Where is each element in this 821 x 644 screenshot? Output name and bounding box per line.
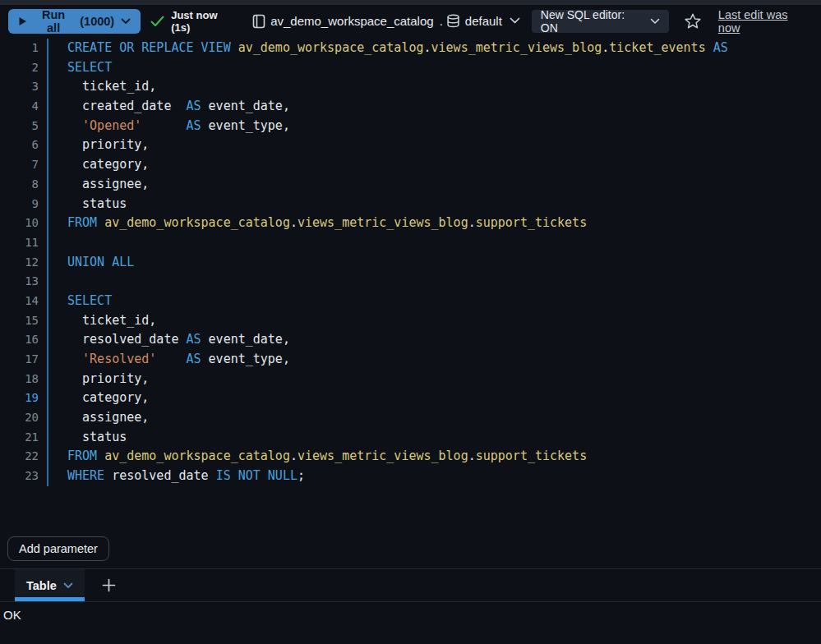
schema-chevron-down-icon[interactable]: [510, 17, 520, 25]
code-line[interactable]: 3 ticket_id,: [0, 77, 821, 97]
code-line[interactable]: 15 ticket_id,: [0, 311, 821, 331]
line-number: 1: [0, 39, 39, 58]
database-icon: [446, 14, 460, 28]
code-line[interactable]: 11: [0, 233, 821, 253]
line-number: 6: [0, 136, 39, 155]
code-line[interactable]: 4 created_date AS event_date,: [0, 97, 821, 117]
code-content[interactable]: FROM av_demo_workspace_catalog.views_met…: [47, 214, 821, 233]
sql-editor[interactable]: 1CREATE OR REPLACE VIEW av_demo_workspac…: [0, 37, 821, 568]
add-tab-button[interactable]: [95, 569, 124, 601]
plus-icon: [102, 578, 116, 592]
code-line[interactable]: 14SELECT: [0, 292, 821, 311]
line-number: 19: [0, 389, 39, 408]
code-line[interactable]: 7 category,: [0, 155, 821, 175]
code-line[interactable]: 2SELECT: [0, 58, 821, 78]
line-number: 3: [0, 77, 39, 97]
catalog-schema-selector[interactable]: av_demo_workspace_catalog . default: [252, 14, 520, 29]
result-status-text: OK: [3, 608, 21, 622]
line-number: 10: [0, 214, 39, 233]
run-all-count: (1000): [80, 15, 114, 28]
result-body: OK: [0, 602, 821, 623]
toolbar: Run all (1000) Just now (1s) av_demo_wor…: [0, 5, 821, 37]
run-status: Just now (1s): [150, 9, 239, 34]
code-content[interactable]: status: [47, 428, 821, 448]
line-number: 7: [0, 155, 39, 175]
add-parameter-row: Add parameter: [7, 536, 109, 561]
code-content[interactable]: category,: [47, 155, 821, 175]
last-edit-link[interactable]: Last edit was now: [718, 8, 813, 34]
toggle-chevron-down-icon: [650, 18, 660, 25]
new-sql-editor-toggle[interactable]: New SQL editor: ON: [532, 10, 669, 33]
code-content[interactable]: status: [47, 195, 821, 214]
code-content[interactable]: 'Resolved' AS event_type,: [47, 350, 821, 370]
code-line[interactable]: 6 priority,: [0, 136, 821, 155]
tab-chevron-down-icon[interactable]: [63, 582, 73, 589]
code-content[interactable]: ticket_id,: [47, 311, 821, 331]
line-number: 16: [0, 330, 39, 350]
code-line[interactable]: 20 assignee,: [0, 408, 821, 428]
line-number: 15: [0, 311, 39, 331]
code-content[interactable]: assignee,: [47, 408, 821, 428]
add-parameter-button[interactable]: Add parameter: [7, 536, 109, 561]
line-number: 20: [0, 408, 39, 428]
schema-name[interactable]: default: [465, 14, 502, 28]
line-number: 8: [0, 175, 39, 195]
code-lines[interactable]: 1CREATE OR REPLACE VIEW av_demo_workspac…: [0, 37, 821, 486]
line-number: 13: [0, 272, 39, 292]
code-line[interactable]: 12UNION ALL: [0, 253, 821, 273]
active-tab-underline: [15, 597, 85, 601]
code-line[interactable]: 23WHERE resolved_date IS NOT NULL;: [0, 467, 821, 486]
line-number: 21: [0, 428, 39, 448]
run-all-button[interactable]: Run all (1000): [8, 9, 141, 34]
new-sql-editor-label: New SQL editor: ON: [541, 8, 645, 34]
code-content[interactable]: FROM av_demo_workspace_catalog.views_met…: [47, 447, 821, 467]
code-line[interactable]: 22FROM av_demo_workspace_catalog.views_m…: [0, 447, 821, 467]
code-line[interactable]: 13: [0, 272, 821, 292]
code-content[interactable]: CREATE OR REPLACE VIEW av_demo_workspace…: [47, 39, 821, 58]
catalog-name[interactable]: av_demo_workspace_catalog: [270, 14, 433, 28]
code-content[interactable]: assignee,: [47, 175, 821, 195]
catalog-icon: [252, 14, 265, 29]
run-all-label: Run all: [34, 8, 73, 34]
code-content[interactable]: SELECT: [47, 58, 821, 78]
catalog-separator: .: [440, 14, 443, 28]
line-number: 14: [0, 292, 39, 311]
code-content[interactable]: UNION ALL: [47, 253, 821, 273]
line-number: 5: [0, 117, 39, 136]
code-content[interactable]: [47, 272, 821, 292]
code-content[interactable]: 'Opened' AS event_type,: [47, 117, 821, 136]
line-number: 9: [0, 195, 39, 214]
code-line[interactable]: 19 category,: [0, 389, 821, 408]
code-content[interactable]: priority,: [47, 136, 821, 155]
code-line[interactable]: 1CREATE OR REPLACE VIEW av_demo_workspac…: [0, 39, 821, 58]
code-content[interactable]: created_date AS event_date,: [47, 97, 821, 117]
code-line[interactable]: 16 resolved_date AS event_date,: [0, 330, 821, 350]
code-line[interactable]: 5 'Opened' AS event_type,: [0, 117, 821, 136]
tab-table-label: Table: [26, 579, 57, 592]
line-number: 2: [0, 58, 39, 78]
line-number: 11: [0, 233, 39, 253]
code-line[interactable]: 21 status: [0, 428, 821, 448]
run-status-text: Just now (1s): [171, 9, 239, 34]
line-number: 12: [0, 253, 39, 273]
line-number: 23: [0, 467, 39, 486]
code-content[interactable]: ticket_id,: [47, 77, 821, 97]
tab-table[interactable]: Table: [15, 569, 85, 601]
code-line[interactable]: 9 status: [0, 195, 821, 214]
line-number: 4: [0, 97, 39, 117]
code-content[interactable]: category,: [47, 389, 821, 408]
code-line[interactable]: 17 'Resolved' AS event_type,: [0, 350, 821, 370]
code-line[interactable]: 8 assignee,: [0, 175, 821, 195]
play-icon: [18, 16, 27, 26]
code-line[interactable]: 18 priority,: [0, 370, 821, 389]
favorite-star-icon[interactable]: [684, 12, 702, 30]
code-content[interactable]: SELECT: [47, 292, 821, 311]
code-content[interactable]: [47, 233, 821, 253]
code-content[interactable]: priority,: [47, 370, 821, 389]
check-icon: [150, 16, 164, 27]
line-number: 22: [0, 447, 39, 467]
code-content[interactable]: WHERE resolved_date IS NOT NULL;: [47, 467, 821, 486]
run-options-chevron-down-icon[interactable]: [121, 18, 131, 25]
code-line[interactable]: 10FROM av_demo_workspace_catalog.views_m…: [0, 214, 821, 233]
code-content[interactable]: resolved_date AS event_date,: [47, 330, 821, 350]
